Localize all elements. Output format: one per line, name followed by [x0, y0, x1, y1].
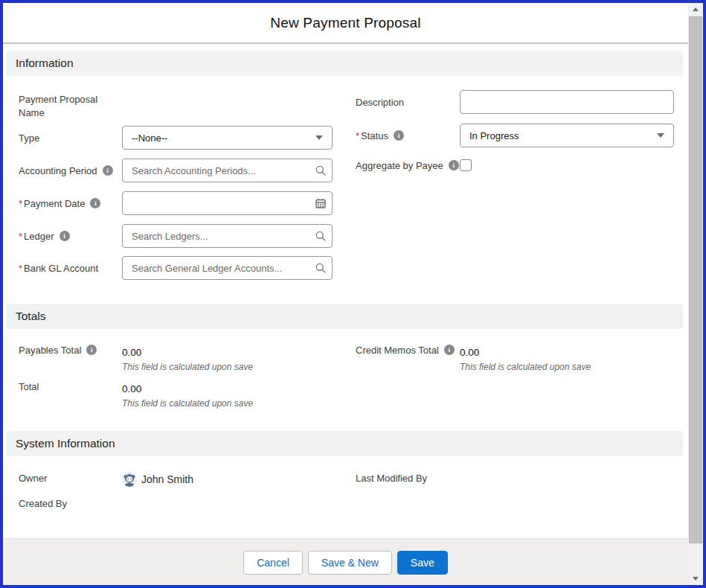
- payables-total-value: 0.00: [122, 347, 141, 358]
- description-input[interactable]: [460, 91, 673, 113]
- field-label-description: Description: [356, 90, 404, 114]
- field-label-aggregate-by-payee: Aggregate by Payee i: [356, 153, 459, 177]
- info-icon[interactable]: i: [103, 165, 113, 176]
- section-title: Information: [16, 57, 74, 70]
- field-label-type: Type: [19, 126, 39, 150]
- field-label-ledger: *Ledger i: [19, 224, 70, 248]
- bank-gl-account-input[interactable]: [123, 257, 309, 279]
- field-label-status: *Status i: [356, 124, 404, 147]
- section-header-totals: Totals: [6, 304, 683, 329]
- field-label-payment-proposal-name: Payment Proposal Name: [19, 93, 109, 120]
- ledger-lookup: [122, 224, 333, 248]
- modal-footer: Cancel Save & New Save: [3, 538, 688, 585]
- field-label-accounting-period: Accounting Period i: [19, 159, 113, 182]
- accounting-period-lookup: [122, 159, 333, 182]
- total-note: This field is calculated upon save: [122, 398, 253, 409]
- owner-value: John Smith: [141, 473, 193, 485]
- payables-total-note: This field is calculated upon save: [122, 362, 253, 372]
- status-select[interactable]: In Progress: [460, 124, 674, 147]
- new-payment-proposal-modal: New Payment Proposal Information Payment…: [0, 0, 706, 588]
- scroll-down-arrow-icon[interactable]: [688, 572, 703, 585]
- save-button[interactable]: Save: [397, 551, 448, 575]
- field-label-total: Total: [19, 379, 39, 394]
- section-header-information: Information: [6, 51, 683, 76]
- aggregate-by-payee-checkbox[interactable]: [460, 159, 472, 171]
- accounting-period-input[interactable]: [123, 159, 309, 182]
- description-field: [460, 90, 674, 114]
- payment-date-field: [122, 191, 333, 215]
- field-label-owner: Owner: [19, 470, 47, 485]
- vertical-scrollbar[interactable]: [688, 3, 703, 585]
- status-select-value: In Progress: [469, 130, 519, 141]
- field-label-bank-gl-account: *Bank GL Account: [19, 256, 98, 280]
- page-title: New Payment Proposal: [270, 15, 421, 31]
- section-header-system-information: System Information: [6, 431, 683, 456]
- info-icon[interactable]: i: [394, 130, 404, 141]
- type-select[interactable]: --None--: [122, 126, 333, 150]
- search-icon[interactable]: [309, 165, 332, 176]
- required-marker: *: [19, 198, 22, 209]
- field-label-created-by: Created By: [19, 496, 67, 511]
- modal-titlebar: New Payment Proposal: [3, 3, 688, 42]
- scrollbar-thumb[interactable]: [689, 16, 702, 543]
- save-and-new-button[interactable]: Save & New: [308, 551, 392, 575]
- section-title: Totals: [16, 310, 46, 323]
- calendar-icon[interactable]: [309, 198, 332, 208]
- info-icon[interactable]: i: [60, 231, 70, 241]
- info-icon[interactable]: i: [90, 198, 100, 208]
- payment-date-input[interactable]: [123, 192, 309, 214]
- search-icon[interactable]: [309, 231, 332, 241]
- field-label-payment-date: *Payment Date i: [19, 191, 100, 215]
- required-marker: *: [356, 130, 359, 141]
- avatar: [122, 472, 137, 487]
- chevron-down-icon: [657, 133, 664, 138]
- search-icon[interactable]: [309, 263, 332, 273]
- total-value: 0.00: [122, 383, 141, 394]
- info-icon[interactable]: i: [449, 160, 459, 170]
- section-title: System Information: [16, 437, 115, 450]
- type-select-value: --None--: [132, 132, 167, 144]
- info-icon[interactable]: i: [86, 345, 97, 355]
- required-marker: *: [19, 231, 22, 242]
- credit-memos-total-note: This field is calculated upon save: [460, 362, 591, 372]
- title-divider: [3, 42, 688, 44]
- field-label-payables-total: Payables Total i: [19, 342, 97, 357]
- bank-gl-account-lookup: [122, 256, 333, 280]
- required-marker: *: [19, 263, 22, 274]
- scroll-up-arrow-icon[interactable]: [688, 3, 703, 16]
- info-icon[interactable]: i: [444, 345, 455, 355]
- cancel-button[interactable]: Cancel: [243, 551, 303, 575]
- field-label-credit-memos-total: Credit Memos Total i: [356, 342, 455, 357]
- field-label-last-modified-by: Last Modified By: [356, 470, 427, 485]
- ledger-input[interactable]: [123, 225, 309, 247]
- chevron-down-icon: [315, 135, 323, 140]
- credit-memos-total-value: 0.00: [460, 347, 479, 358]
